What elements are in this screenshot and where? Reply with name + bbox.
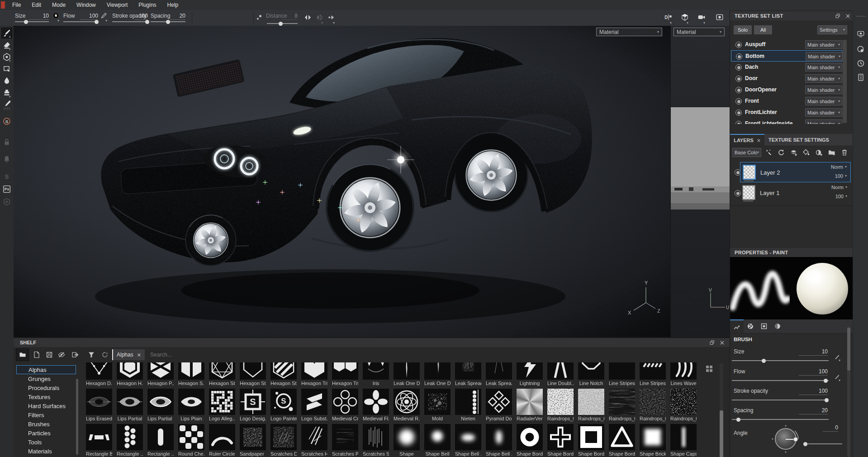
texture-set-row-dooropener[interactable]: DoorOpenerMain shader▾ <box>731 84 842 95</box>
shelf-item-leak-spread[interactable]: Leak Spread <box>455 362 481 386</box>
display-settings-button[interactable] <box>857 30 865 39</box>
shelf-item-leak-one-d-[interactable]: Leak One D... <box>424 362 451 386</box>
category-filters[interactable]: Filters <box>16 410 76 419</box>
shelf-item-shape-bell-[interactable]: Shape Bell ... <box>455 424 481 457</box>
slider-handle[interactable] <box>279 22 283 26</box>
tab-alpha[interactable] <box>744 319 757 333</box>
category-particles[interactable]: Particles <box>16 428 76 438</box>
paint-brush-tool[interactable]: ▾ <box>2 28 12 38</box>
brush-stroke-opacity-slider[interactable] <box>732 400 829 400</box>
shelf-item-hexagon-st-[interactable]: Hexagon St... <box>240 362 266 386</box>
toolbar-size-slider[interactable] <box>15 21 49 22</box>
tab-layers[interactable]: LAYERS <box>730 134 764 146</box>
shelf-item-thumbnail[interactable] <box>117 389 143 415</box>
add-layer-button[interactable] <box>790 149 797 157</box>
visibility-radio[interactable] <box>736 53 742 60</box>
properties-scrollbar[interactable] <box>847 327 850 457</box>
notifications-tool[interactable] <box>2 154 12 164</box>
shelf-item-thumbnail[interactable] <box>209 424 235 450</box>
shader-dropdown[interactable]: Main shader▾ <box>805 74 842 83</box>
projection-tool[interactable]: ▾ <box>2 52 12 62</box>
history-button[interactable] <box>857 59 865 69</box>
shelf-item-raindrops-05[interactable]: Raindrops_05 <box>670 389 697 421</box>
shelf-item-rectangle-b-[interactable]: Rectangle B... <box>86 424 112 457</box>
brush-flow-value[interactable]: 100 <box>799 368 828 376</box>
menu-plugins[interactable]: Plugins <box>133 1 161 9</box>
shelf-item-thumbnail[interactable] <box>394 389 420 415</box>
shelf-item-raindrops-03[interactable]: Raindrops_03 <box>609 389 635 421</box>
channel-dropdown[interactable]: Base Colo▾ <box>732 148 761 157</box>
add-fill-button[interactable] <box>803 149 810 157</box>
shelf-item-thumbnail[interactable] <box>609 389 635 415</box>
viewport-3d[interactable]: YXZMaterial▾ <box>14 26 670 337</box>
shelf-item-thumbnail[interactable] <box>547 362 574 380</box>
brush-spacing-slider[interactable] <box>732 419 829 420</box>
slider-handle[interactable] <box>145 20 149 24</box>
shelf-item-thumbnail[interactable] <box>178 362 204 380</box>
viewport-3d-canvas[interactable]: YXZ <box>14 26 670 337</box>
shelf-item-thumbnail[interactable] <box>517 424 543 450</box>
shelf-item-raindrops-01[interactable]: Raindrops_01 <box>547 389 574 421</box>
shelf-item-lips-plain[interactable]: Lips Plain <box>178 389 204 421</box>
brush-angle-slider[interactable] <box>803 443 842 444</box>
all-button[interactable]: All <box>754 25 772 34</box>
shelf-item-lips-partial[interactable]: Lips Partial <box>117 389 143 421</box>
shelf-item-thumbnail[interactable] <box>640 389 666 415</box>
visibility-radio[interactable] <box>735 64 742 71</box>
layer-thumbnail[interactable] <box>742 185 755 200</box>
texture-set-row-dach[interactable]: DachMain shader▾ <box>731 62 842 73</box>
shelf-item-thumbnail[interactable] <box>86 389 112 415</box>
shelf-item-line-stripes-[interactable]: Line Stripes ... <box>640 362 666 386</box>
reimport-button[interactable] <box>778 149 785 157</box>
visibility-radio[interactable] <box>735 121 742 124</box>
shelf-item-thumbnail[interactable]: S <box>240 389 266 415</box>
close-panel-icon[interactable] <box>845 13 851 19</box>
category-tools[interactable]: Tools <box>16 438 76 447</box>
toolbar-stroke-opacity-value[interactable]: 100 <box>134 13 148 20</box>
shelf-item-shape-brick[interactable]: Shape Brick <box>640 424 666 457</box>
shelf-item-thumbnail[interactable] <box>455 424 481 450</box>
shelf-item-scratches-d-[interactable]: Scratches D... <box>270 424 297 457</box>
category-alphas[interactable]: Alphas <box>16 365 76 374</box>
shelf-item-thumbnail[interactable] <box>670 362 697 380</box>
shelf-item-leak-one-d-[interactable]: Leak One D... <box>394 362 420 386</box>
shader-dropdown[interactable]: Main shader▾ <box>805 86 842 94</box>
shelf-item-thumbnail[interactable] <box>670 424 697 450</box>
shelf-item-logo-painter[interactable]: SLogo Painter <box>270 389 297 421</box>
shelf-item-thumbnail[interactable] <box>486 389 512 415</box>
shelf-item-sandpaper-[interactable]: Sandpaper ... <box>240 424 266 457</box>
brush-spacing-value[interactable]: 20 <box>799 407 828 414</box>
shelf-item-thumbnail[interactable]: S <box>270 389 297 415</box>
shelf-item-medieval-cr-[interactable]: Medieval Cr... <box>332 389 358 421</box>
slider-handle[interactable] <box>736 418 740 422</box>
slider-handle[interactable] <box>166 20 170 24</box>
shelf-item-line-notch[interactable]: Line Notch <box>578 362 604 386</box>
tab-brush[interactable] <box>730 319 744 333</box>
shelf-item-lips-partial-[interactable]: Lips Partial ... <box>147 389 174 421</box>
shelf-item-thumbnail[interactable] <box>670 389 697 415</box>
shelf-item-thumbnail[interactable] <box>424 389 451 415</box>
shelf-item-hexagon-h-[interactable]: Hexagon H... <box>117 362 143 386</box>
shelf-item-thumbnail[interactable] <box>332 424 358 450</box>
brush-stroke-opacity-value[interactable]: 100 <box>799 388 828 395</box>
shelf-item-shape[interactable]: Shape <box>394 424 420 457</box>
float-panel-icon[interactable] <box>835 13 841 19</box>
texture-set-row-door[interactable]: DoorMain shader▾ <box>731 73 842 84</box>
shelf-item-thumbnail[interactable] <box>301 389 327 415</box>
mirror-symmetry-button[interactable] <box>304 14 312 23</box>
refresh-button[interactable] <box>99 349 111 361</box>
split-view-button[interactable]: D▾ <box>664 13 672 23</box>
toolbar-spacing-slider[interactable] <box>151 21 185 22</box>
shelf-item-thumbnail[interactable] <box>240 362 266 380</box>
layer-thumbnail[interactable] <box>743 165 756 180</box>
shelf-item-thumbnail[interactable] <box>517 389 543 415</box>
substance-share-tool[interactable]: S <box>2 116 12 126</box>
visibility-radio[interactable] <box>735 76 742 82</box>
shelf-item-shape-bell-[interactable]: Shape Bell ... <box>486 424 512 457</box>
shelf-item-logo-subst-[interactable]: Logo Subst... <box>301 389 327 421</box>
toolbar-distance-value[interactable]: 8 <box>281 13 298 20</box>
shelf-item-rectangle-[interactable]: Rectangle ... <box>147 424 174 457</box>
shelf-item-thumbnail[interactable] <box>147 389 174 415</box>
shelf-item-thumbnail[interactable] <box>394 424 420 450</box>
shelf-item-hexagon-d-[interactable]: Hexagon D... <box>86 362 112 386</box>
